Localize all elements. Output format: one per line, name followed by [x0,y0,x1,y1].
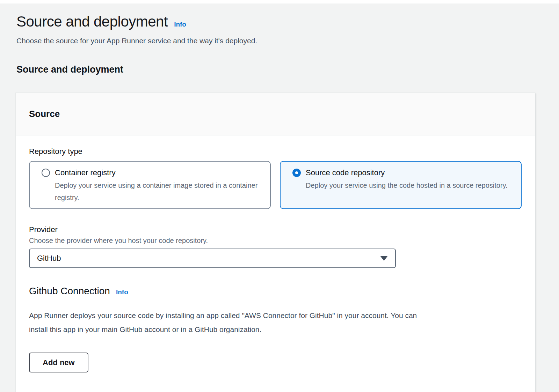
radio-selected-icon[interactable] [292,169,301,177]
provider-select-value: GitHub [37,254,61,263]
page-header: Source and deployment Info [16,13,535,30]
tile-source-code-repository[interactable]: Source code repository Deploy your servi… [280,161,522,209]
tile-source-code-repository-description: Deploy your service using the code hoste… [306,179,508,192]
source-card-title: Source [29,109,60,119]
page-title-info-link[interactable]: Info [174,21,186,28]
provider-description: Choose the provider where you host your … [29,237,522,245]
tile-source-code-repository-title: Source code repository [306,167,508,179]
repository-type-label: Repository type [29,147,522,156]
radio-unselected-icon[interactable] [42,169,50,177]
provider-select[interactable]: GitHub [29,249,396,268]
caret-down-icon [380,256,388,261]
github-connection-info-link[interactable]: Info [116,288,128,296]
provider-field: Provider Choose the provider where you h… [29,225,522,268]
tile-container-registry-title: Container registry [55,167,262,179]
tile-container-registry[interactable]: Container registry Deploy your service u… [29,161,271,209]
add-new-button[interactable]: Add new [29,353,88,372]
source-card: Source Repository type Container registr… [15,93,535,392]
provider-label: Provider [29,225,522,234]
source-and-deployment-page: Source and deployment Info Choose the so… [0,3,559,392]
tile-container-registry-content: Container registry Deploy your service u… [55,167,262,204]
github-connection-paragraph-line2: install this app in your main GitHub acc… [29,323,522,336]
source-card-body: Repository type Container registry Deplo… [16,135,535,392]
top-strip [0,0,559,3]
github-connection-paragraph: App Runner deploys your source code by i… [29,309,522,336]
tile-container-registry-description: Deploy your service using a container im… [55,179,262,204]
github-connection-heading: Github Connection [29,286,110,297]
github-connection-paragraph-line1: App Runner deploys your source code by i… [29,309,522,323]
section-heading: Source and deployment [16,64,535,75]
page-title: Source and deployment [16,13,168,30]
repository-type-tiles: Container registry Deploy your service u… [29,161,522,209]
page-subtitle: Choose the source for your App Runner se… [16,36,535,46]
source-card-header: Source [16,93,535,135]
github-connection-header: Github Connection Info [29,286,522,297]
tile-source-code-repository-content: Source code repository Deploy your servi… [306,167,508,192]
